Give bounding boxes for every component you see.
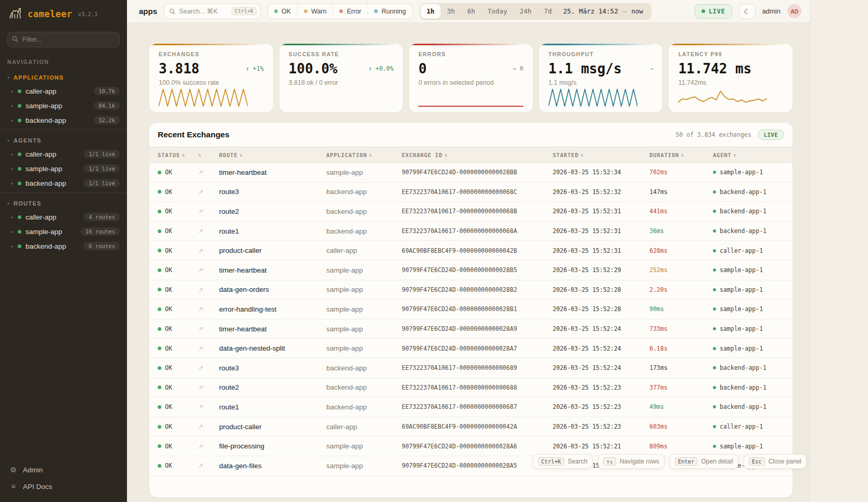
open-detail-icon[interactable]: ↗	[198, 227, 219, 235]
table-row[interactable]: OK↗route3backend-appEE7322370A10617-0000…	[149, 183, 793, 202]
theme-toggle-button[interactable]: ☾	[739, 4, 756, 19]
status-filter-warn[interactable]: Warn	[297, 4, 333, 19]
open-detail-icon[interactable]: ↗	[198, 325, 219, 332]
live-label: LIVE	[709, 8, 725, 15]
kbd-badge: Esc	[749, 457, 765, 466]
sidebar-item-caller-app[interactable]: ▸caller-app4 routes	[0, 210, 127, 224]
column-header-application[interactable]: APPLICATION⇅	[326, 152, 402, 158]
open-detail-icon[interactable]: ↗	[198, 266, 219, 274]
chevron-down-icon: ▾	[7, 201, 9, 206]
table-row[interactable]: OK↗file-processingsample-app90799F47E6CD…	[149, 436, 793, 456]
open-detail-icon[interactable]: ↗	[198, 169, 219, 176]
open-detail-icon[interactable]: ↗	[198, 208, 219, 215]
table-row[interactable]: OK↗data-gen-nested-splitsample-app90799F…	[149, 339, 793, 358]
column-header-open-link[interactable]: ⇅	[198, 152, 219, 158]
chevron-right-icon: ▸	[11, 215, 14, 220]
sidebar-item-caller-app[interactable]: ▸caller-app1/1 live	[0, 147, 127, 161]
open-detail-icon[interactable]: ↗	[198, 462, 219, 469]
cell-application: backend-app	[326, 383, 402, 391]
column-label: STATUS	[158, 152, 180, 158]
range-button-7d[interactable]: 7d	[538, 4, 558, 19]
column-header-started[interactable]: STARTED⇅	[553, 152, 649, 158]
sidebar-item-sample-app[interactable]: ▸sample-app1/1 live	[0, 161, 127, 176]
open-detail-icon[interactable]: ↗	[198, 305, 219, 313]
chevron-down-icon: ▾	[7, 138, 9, 143]
open-detail-icon[interactable]: ↗	[198, 443, 219, 450]
column-header-exchange-id[interactable]: EXCHANGE ID⇅	[402, 152, 553, 158]
sort-icon: ⇅	[198, 152, 201, 158]
table-header: Recent Exchanges 50 of 3.834 exchanges L…	[149, 123, 793, 147]
sidebar-item-sample-app[interactable]: ▸sample-app16 routes	[0, 224, 127, 239]
stat-card-latency-p99[interactable]: LATENCY P9911.742 ms11.742ms	[669, 44, 793, 112]
sidebar-item-caller-app[interactable]: ▸caller-app10.7k	[0, 84, 127, 98]
table-row[interactable]: OK↗timer-heartbeatsample-app90799F47E6CD…	[149, 163, 793, 183]
open-detail-icon[interactable]: ↗	[198, 403, 219, 410]
column-header-status[interactable]: STATUS⇅	[158, 152, 198, 158]
cell-exchange-id: 90799F47E6CD24D-00000000000028A7	[402, 345, 553, 352]
sidebar-item-badge: 6 routes	[84, 242, 120, 250]
status-dot	[18, 244, 21, 248]
cell-exchange-id: 69AC90BF8EBC4F9-000000000000042A	[402, 423, 553, 430]
range-button-6h[interactable]: 6h	[461, 4, 481, 19]
status-filter-label: Warn	[311, 8, 326, 15]
stat-card-throughput[interactable]: THROUGHPUT1.1 msg/s→1.1 msg/s	[539, 44, 663, 112]
table-row[interactable]: OK↗route2backend-appEE7322370A10617-0000…	[149, 202, 793, 222]
column-header-agent[interactable]: AGENT⇅	[713, 152, 793, 158]
status-dot	[374, 9, 378, 13]
table-row[interactable]: OK↗product-callercaller-app69AC90BF8EBC4…	[149, 417, 793, 437]
content: EXCHANGES3.818↑ +1%100.0% success rateSU…	[127, 23, 810, 502]
section-header-applications[interactable]: ▾APPLICATIONS	[0, 71, 127, 84]
table-row[interactable]: OK↗timer-heartbeatsample-app90799F47E6CD…	[149, 319, 793, 339]
range-button-1h[interactable]: 1h	[420, 4, 441, 19]
table-row[interactable]: OK↗route2backend-appEE7322370A10617-0000…	[149, 378, 793, 398]
stat-card-success-rate[interactable]: SUCCESS RATE100.0%↑ +0.0%3.818 ok / 0 er…	[279, 44, 403, 112]
stat-card-errors[interactable]: ERRORS0→ 00 errors in selected period	[409, 44, 533, 112]
cell-agent: caller-app-1	[713, 423, 793, 430]
open-detail-icon[interactable]: ↗	[198, 286, 219, 293]
sidebar-item-backend-app[interactable]: ▸backend-app1/1 live	[0, 176, 127, 190]
table-row[interactable]: OK↗route1backend-appEE7322370A10617-0000…	[149, 397, 793, 417]
card-value: 11.742 ms	[678, 61, 751, 76]
open-detail-icon[interactable]: ↗	[198, 423, 219, 430]
table-row[interactable]: OK↗route3backend-appEE7322370A10617-0000…	[149, 358, 793, 378]
cell-duration: 702ms	[649, 169, 713, 176]
filter-input[interactable]	[7, 32, 120, 47]
section-header-agents[interactable]: ▾AGENTS	[0, 134, 127, 147]
search-input[interactable]: Search... ⌘K Ctrl+K	[164, 4, 261, 19]
footer-item-api-docs[interactable]: ≡API Docs	[0, 478, 127, 495]
sidebar-item-backend-app[interactable]: ▸backend-app6 routes	[0, 239, 127, 253]
table-row[interactable]: OK↗timer-heartbeatsample-app90799F47E6CD…	[149, 261, 793, 280]
status-filter-ok[interactable]: OK	[268, 4, 297, 19]
cell-agent: backend-app-1	[713, 188, 793, 196]
table-row[interactable]: OK↗error-handling-testsample-app90799F47…	[149, 300, 793, 319]
range-button-today[interactable]: Today	[481, 4, 514, 19]
cell-application: sample-app	[326, 305, 402, 313]
table-row[interactable]: OK↗data-gen-orderssample-app90799F47E6CD…	[149, 280, 793, 300]
status-filter-running[interactable]: Running	[367, 4, 412, 19]
sidebar-item-sample-app[interactable]: ▸sample-app84.1k	[0, 98, 127, 113]
open-detail-icon[interactable]: ↗	[198, 364, 219, 371]
agent-status-dot	[713, 190, 716, 194]
section-header-routes[interactable]: ▾ROUTES	[0, 197, 127, 210]
open-detail-icon[interactable]: ↗	[198, 188, 219, 196]
cell-started: 2026-03-25 15:52:21	[553, 443, 649, 450]
footer-item-admin[interactable]: ⚙Admin	[0, 461, 127, 478]
table-row[interactable]: OK↗product-callercaller-app69AC90BF8EBC4…	[149, 241, 793, 261]
avatar[interactable]: AD	[787, 4, 801, 18]
stat-card-exchanges[interactable]: EXCHANGES3.818↑ +1%100.0% success rate	[149, 44, 273, 112]
column-header-route[interactable]: ROUTE⇅	[219, 152, 326, 158]
agent-status-dot	[713, 425, 716, 428]
range-button-24h[interactable]: 24h	[514, 4, 538, 19]
cell-started: 2026-03-25 15:52:24	[553, 325, 649, 332]
range-button-3h[interactable]: 3h	[441, 4, 461, 19]
live-button[interactable]: LIVE	[695, 4, 732, 19]
open-detail-icon[interactable]: ↗	[198, 384, 219, 391]
cell-application: sample-app	[326, 442, 402, 450]
open-detail-icon[interactable]: ↗	[198, 345, 219, 352]
table-row[interactable]: OK↗route1backend-appEE7322370A10617-0000…	[149, 222, 793, 241]
status-filter-error[interactable]: Error	[333, 4, 367, 19]
open-detail-icon[interactable]: ↗	[198, 247, 219, 254]
status-dot	[18, 167, 21, 171]
column-header-duration[interactable]: DURATION⇅	[649, 152, 713, 158]
sidebar-item-backend-app[interactable]: ▸backend-app32.2k	[0, 113, 127, 127]
